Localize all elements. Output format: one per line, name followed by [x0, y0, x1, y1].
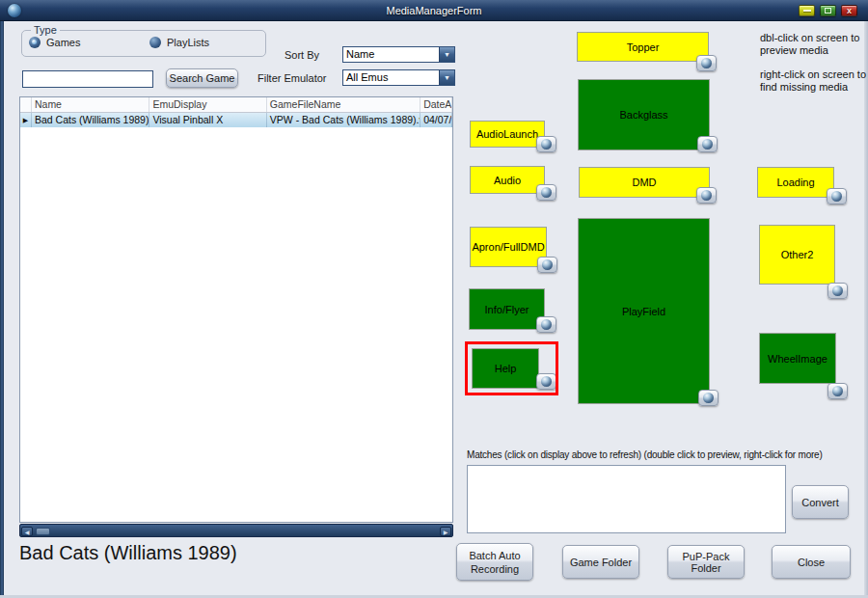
- media-panel-audio-label: Audio: [494, 175, 521, 186]
- media-manager-window: MediaManagerForm x Type Games PlayLists …: [0, 0, 868, 598]
- scrollbar-thumb[interactable]: [36, 528, 50, 535]
- media-preview-button-info-flyer[interactable]: [536, 316, 556, 333]
- globe-icon: [701, 58, 712, 68]
- media-panel-playfield[interactable]: PlayField: [578, 218, 710, 404]
- media-preview-button-audio[interactable]: [536, 184, 556, 201]
- globe-icon: [831, 191, 842, 202]
- media-preview-button-backglass[interactable]: [697, 136, 718, 152]
- sort-by-label: Sort By: [285, 49, 319, 61]
- globe-icon: [832, 386, 843, 396]
- media-panel-apron-fulldmd[interactable]: Apron/FullDMD: [470, 227, 547, 267]
- search-input[interactable]: [22, 70, 153, 88]
- globe-icon: [832, 285, 843, 296]
- convert-button[interactable]: Convert: [792, 485, 849, 519]
- radio-games-icon[interactable]: [29, 37, 41, 48]
- scroll-right-arrow-icon[interactable]: ▶: [440, 527, 451, 536]
- media-panel-backglass[interactable]: Backglass: [578, 79, 710, 150]
- media-preview-button-playfield[interactable]: [698, 390, 719, 406]
- media-panel-topper-label: Topper: [627, 41, 660, 53]
- filter-emulator-combobox[interactable]: All Emus ▼: [342, 69, 455, 86]
- radio-playlists-icon[interactable]: [149, 37, 161, 48]
- media-panel-apron-fulldmd-label: Apron/FullDMD: [472, 241, 544, 253]
- globe-icon: [541, 319, 552, 330]
- matches-label: Matches (click on display above to refre…: [467, 449, 823, 460]
- hint-preview: dbl-click on screen to preview media: [760, 32, 868, 57]
- media-panel-dmd[interactable]: DMD: [579, 167, 710, 198]
- media-panel-other2-label: Other2: [781, 249, 814, 260]
- filter-emulator-label: Filter Emulator: [258, 72, 327, 84]
- selected-game-title: Bad Cats (Williams 1989): [19, 542, 237, 564]
- globe-icon: [702, 139, 713, 150]
- media-panel-other2[interactable]: Other2: [759, 225, 835, 285]
- media-preview-button-dmd[interactable]: [696, 187, 717, 204]
- media-panel-playfield-label: PlayField: [622, 306, 665, 317]
- table-row-bad-cats[interactable]: ▶ Bad Cats (Williams 1989) Visual Pinbal…: [20, 113, 452, 127]
- close-button[interactable]: Close: [772, 545, 851, 579]
- media-preview-button-wheelimage[interactable]: [827, 383, 848, 399]
- globe-icon: [703, 393, 714, 403]
- game-folder-button[interactable]: Game Folder: [562, 545, 639, 579]
- media-panel-topper[interactable]: Topper: [577, 32, 709, 62]
- batch-auto-recording-button[interactable]: Batch Auto Recording: [456, 543, 533, 581]
- media-preview-button-audiolaunch[interactable]: [536, 136, 556, 152]
- maximize-button[interactable]: [820, 5, 836, 16]
- sort-by-combobox[interactable]: Name ▼: [342, 46, 455, 63]
- game-table: Name EmuDisplay GameFileName DateAdded ▶…: [19, 96, 453, 523]
- media-panel-loading[interactable]: Loading: [757, 167, 834, 198]
- pup-pack-folder-button[interactable]: PuP-Pack Folder: [667, 545, 745, 579]
- sort-by-dropdown-button[interactable]: ▼: [439, 47, 454, 62]
- media-panel-audiolaunch[interactable]: AudioLaunch: [470, 121, 545, 148]
- globe-icon: [541, 187, 552, 198]
- radio-playlists-label: PlayLists: [167, 37, 209, 48]
- media-preview-button-loading[interactable]: [827, 188, 847, 204]
- minimize-icon: [803, 10, 811, 12]
- cell-dateadded: 04/07/: [420, 113, 452, 127]
- type-groupbox-label: Type: [31, 24, 60, 36]
- media-panel-audio[interactable]: Audio: [470, 166, 545, 194]
- close-icon: x: [847, 7, 852, 15]
- titlebar[interactable]: MediaManagerForm x: [0, 0, 868, 21]
- media-panel-loading-label: Loading: [776, 177, 814, 188]
- close-window-button[interactable]: x: [841, 5, 857, 16]
- matches-listbox[interactable]: [467, 465, 786, 533]
- table-horizontal-scrollbar[interactable]: ◀ ▶: [19, 524, 453, 537]
- media-panel-wheelimage[interactable]: WheelImage: [759, 333, 836, 384]
- window-left-edge: [0, 21, 4, 598]
- hint-missing-media: right-click on screen to find missing me…: [760, 68, 868, 94]
- globe-icon: [541, 139, 552, 150]
- table-header-selector: [20, 97, 32, 112]
- search-game-button[interactable]: Search Game: [166, 68, 238, 88]
- media-panel-backglass-label: Backglass: [619, 109, 667, 121]
- table-header-name[interactable]: Name: [32, 97, 149, 112]
- help-highlight-rectangle: [465, 341, 558, 395]
- row-selector-arrow-icon: ▶: [23, 117, 28, 124]
- radio-playlists[interactable]: PlayLists: [149, 37, 209, 48]
- chevron-down-icon: ▼: [444, 74, 450, 81]
- media-panel-wheelimage-label: WheelImage: [768, 353, 827, 365]
- chevron-down-icon: ▼: [444, 51, 450, 58]
- media-panel-audiolaunch-label: AudioLaunch: [476, 128, 538, 140]
- scroll-left-arrow-icon[interactable]: ◀: [21, 527, 33, 536]
- media-panel-info-flyer[interactable]: Info/Flyer: [469, 288, 545, 330]
- table-header-emudisplay[interactable]: EmuDisplay: [149, 97, 266, 112]
- table-header-dateadded[interactable]: DateAdded: [420, 97, 452, 112]
- radio-games[interactable]: Games: [29, 37, 80, 48]
- minimize-button[interactable]: [799, 5, 815, 16]
- media-preview-button-topper[interactable]: [696, 55, 717, 71]
- cell-gamefilename: VPW - Bad Cats (Williams 1989).vpx: [267, 113, 420, 127]
- sort-by-value: Name: [343, 47, 439, 62]
- cell-emudisplay: Visual Pinball X: [149, 113, 266, 127]
- globe-icon: [542, 259, 553, 270]
- row-selector-cell: ▶: [20, 113, 32, 127]
- filter-emulator-value: All Emus: [343, 70, 439, 85]
- filter-emulator-dropdown-button[interactable]: ▼: [439, 70, 454, 85]
- table-header-gamefilename[interactable]: GameFileName: [267, 97, 420, 112]
- cell-name: Bad Cats (Williams 1989): [32, 113, 149, 127]
- media-panel-info-flyer-label: Info/Flyer: [485, 304, 529, 315]
- media-preview-button-other2[interactable]: [827, 283, 848, 299]
- window-title: MediaManagerForm: [0, 0, 868, 21]
- media-panel-dmd-label: DMD: [632, 177, 656, 188]
- radio-games-label: Games: [46, 37, 80, 48]
- globe-icon: [701, 190, 712, 201]
- media-preview-button-apron-fulldmd[interactable]: [537, 257, 557, 273]
